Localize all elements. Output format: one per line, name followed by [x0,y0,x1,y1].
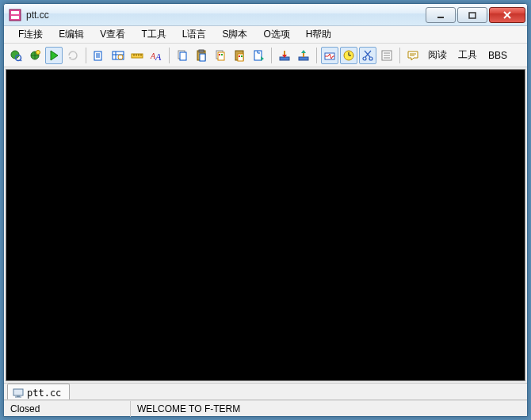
ruler-icon[interactable] [128,47,146,64]
toolbar-separator [271,48,272,63]
tools-button[interactable]: 工具 [453,48,482,62]
tab-label: ptt.cc [27,388,61,399]
titlebar[interactable]: ptt.cc [4,4,527,26]
svg-rect-62 [13,389,23,395]
svg-text:A: A [155,52,162,62]
menu-connect[interactable]: F连接 [10,26,51,43]
svg-line-55 [365,51,370,57]
refresh-disabled-icon [64,47,82,64]
log-icon[interactable] [90,47,108,64]
svg-rect-35 [218,52,224,60]
tabbar: ptt.cc [4,383,527,400]
world-zoom-icon[interactable] [7,47,25,64]
status-message: WELCOME TO F-TERM [131,401,246,417]
paste-icon[interactable] [193,47,210,64]
window-controls [426,7,525,23]
svg-rect-36 [219,54,220,55]
menu-tools[interactable]: T工具 [133,26,174,43]
font-icon[interactable]: AA [147,47,165,64]
svg-point-52 [363,57,366,60]
monitor-icon [13,388,24,399]
svg-marker-12 [51,51,58,60]
message-icon[interactable] [404,47,422,64]
anti-idle-icon[interactable] [321,47,338,64]
svg-marker-47 [301,50,306,53]
play-icon[interactable] [45,47,63,64]
svg-rect-37 [221,54,223,55]
view-log-icon[interactable] [109,47,127,64]
copy-icon[interactable] [174,47,191,64]
article-list-icon[interactable] [378,47,395,64]
svg-marker-43 [261,56,264,61]
statusbar: Closed WELCOME TO F-TERM [4,400,527,416]
menu-options[interactable]: O选项 [255,26,297,43]
svg-point-11 [36,50,40,54]
svg-rect-2 [11,16,19,19]
svg-rect-40 [239,55,240,57]
close-button[interactable] [489,7,525,23]
toolbar-separator [399,48,400,63]
toolbar-separator [169,48,170,63]
maximize-button[interactable] [457,7,487,23]
color-copy-icon[interactable] [212,47,229,64]
svg-rect-33 [200,54,205,61]
window-title: ptt.cc [26,10,426,21]
menu-help[interactable]: H帮助 [298,26,340,43]
toolbar: AA 阅读 工具 BBS [4,44,527,67]
toolbar-separator [86,48,86,63]
svg-rect-30 [180,52,186,60]
svg-rect-4 [469,13,476,18]
terminal-view[interactable] [6,69,525,381]
read-button[interactable]: 阅读 [423,48,452,62]
svg-rect-39 [238,54,243,61]
svg-line-54 [365,51,371,57]
menu-script[interactable]: S脚本 [214,26,255,43]
bbs-button[interactable]: BBS [483,50,512,61]
svg-point-53 [369,57,372,60]
menubar: F连接 E编辑 V查看 T工具 L语言 S脚本 O选项 H帮助 [4,26,527,44]
upload-icon[interactable] [295,47,312,64]
svg-line-9 [20,59,21,61]
clock-icon[interactable] [340,47,357,64]
menu-language[interactable]: L语言 [174,26,215,43]
download-icon[interactable] [276,47,293,64]
color-paste-icon[interactable] [231,47,248,64]
menu-edit[interactable]: E编辑 [51,26,92,43]
minimize-button[interactable] [426,7,456,23]
svg-rect-1 [11,11,19,14]
svg-rect-46 [299,57,308,60]
scissors-icon[interactable] [359,47,376,64]
menu-view[interactable]: V查看 [92,26,133,43]
toolbar-separator [316,48,317,63]
app-window: ptt.cc F连接 E编辑 V查看 T工具 L语言 S脚本 O选项 H帮助 [3,3,528,417]
paste-file-icon[interactable] [250,47,267,64]
session-tab[interactable]: ptt.cc [7,384,70,399]
svg-rect-32 [199,50,204,52]
status-state: Closed [4,401,131,417]
app-icon [9,9,21,21]
world-connect-icon[interactable] [26,47,44,64]
svg-rect-41 [241,55,243,57]
